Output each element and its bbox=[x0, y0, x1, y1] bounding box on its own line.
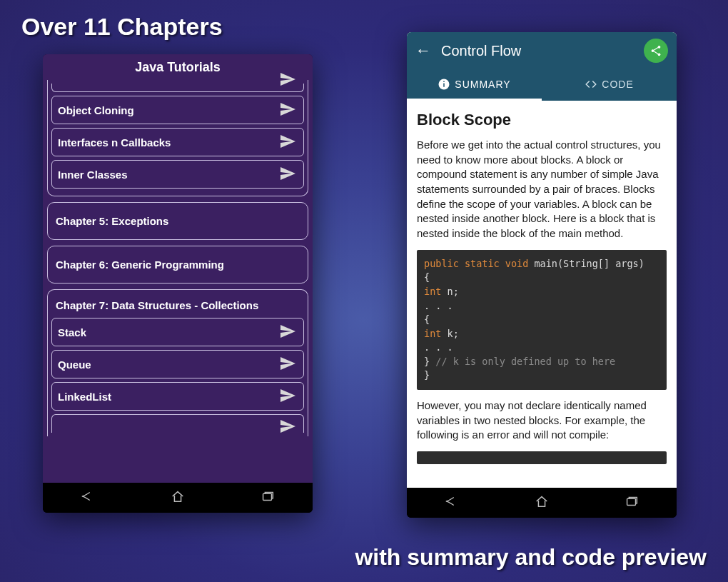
code-text: . . . bbox=[424, 300, 453, 311]
send-icon bbox=[279, 418, 296, 437]
list-item-label: LinkedList bbox=[58, 391, 111, 403]
code-icon bbox=[585, 78, 597, 91]
chapter-label: Chapter 7: Data Structures - Collections bbox=[51, 293, 304, 314]
send-icon bbox=[279, 355, 296, 374]
code-text: { bbox=[424, 313, 430, 325]
code-keyword: int bbox=[424, 328, 441, 339]
headline-bottom: with summary and code preview bbox=[355, 544, 707, 571]
article-paragraph: Before we get into the actual control st… bbox=[417, 138, 667, 241]
list-item[interactable] bbox=[51, 84, 304, 92]
nav-back-icon[interactable] bbox=[444, 493, 460, 512]
svg-rect-7 bbox=[627, 498, 636, 505]
code-text: { bbox=[424, 271, 430, 283]
tab-code[interactable]: CODE bbox=[542, 69, 677, 101]
code-text: } bbox=[424, 356, 430, 367]
code-block: public static void main(String[] args) {… bbox=[417, 250, 667, 390]
send-icon bbox=[279, 323, 296, 342]
code-text: n; bbox=[441, 286, 458, 297]
article-heading: Block Scope bbox=[417, 111, 667, 129]
send-icon bbox=[279, 71, 296, 90]
nav-home-icon[interactable] bbox=[534, 493, 550, 512]
code-comment: // k is only defined up to here bbox=[430, 356, 615, 367]
send-icon bbox=[279, 101, 296, 120]
screen-right: ← Control Flow SUMMARY CODE Block Scope … bbox=[407, 32, 677, 488]
chapter-label: Chapter 6: Generic Programming bbox=[51, 250, 304, 279]
app-title: Java Tutorials bbox=[135, 60, 221, 75]
list-item[interactable]: Interfaces n Callbacks bbox=[51, 128, 304, 156]
article-paragraph: However, you may not declare identically… bbox=[417, 398, 667, 443]
share-icon bbox=[649, 44, 662, 57]
svg-rect-0 bbox=[263, 493, 272, 500]
list-item[interactable]: Inner Classes bbox=[51, 160, 304, 189]
tab-label: SUMMARY bbox=[455, 79, 510, 90]
send-icon bbox=[279, 387, 296, 406]
nav-recent-icon[interactable] bbox=[624, 493, 639, 512]
send-icon bbox=[279, 165, 296, 184]
chapter-5-group[interactable]: Chapter 5: Exceptions bbox=[47, 202, 308, 240]
chapter-label: Chapter 5: Exceptions bbox=[51, 206, 304, 236]
list-item[interactable]: Queue bbox=[51, 350, 304, 378]
code-keyword: public static void bbox=[424, 258, 528, 269]
code-block-partial bbox=[417, 451, 667, 464]
list-item-label: Inner Classes bbox=[58, 169, 128, 181]
headline-top: Over 11 Chapters bbox=[21, 13, 223, 41]
nav-home-icon[interactable] bbox=[170, 488, 186, 507]
phone-right: ← Control Flow SUMMARY CODE Block Scope … bbox=[407, 32, 677, 518]
app-bar: ← Control Flow bbox=[407, 32, 677, 69]
list-item[interactable]: LinkedList bbox=[51, 382, 304, 411]
code-text: k; bbox=[441, 328, 458, 339]
chapter-7-group: Chapter 7: Data Structures - Collections… bbox=[47, 289, 308, 436]
phone-left: Java Tutorials Object Cloning Interfaces… bbox=[43, 54, 313, 513]
chapter-6-group[interactable]: Chapter 6: Generic Programming bbox=[47, 246, 308, 284]
nav-recent-icon[interactable] bbox=[260, 488, 275, 507]
tab-bar: SUMMARY CODE bbox=[407, 69, 677, 101]
tab-label: CODE bbox=[602, 79, 633, 90]
code-text: main(String[] args) bbox=[528, 258, 644, 269]
screen-left: Java Tutorials Object Cloning Interfaces… bbox=[43, 54, 313, 483]
nav-back-icon[interactable] bbox=[80, 488, 96, 507]
article-content: Block Scope Before we get into the actua… bbox=[407, 101, 677, 488]
chapter-group-partial: Object Cloning Interfaces n Callbacks In… bbox=[47, 80, 308, 196]
svg-rect-6 bbox=[444, 81, 445, 82]
android-nav-bar bbox=[43, 483, 313, 513]
list-item-label: Object Cloning bbox=[58, 104, 134, 116]
android-nav-bar bbox=[407, 488, 677, 518]
list-item-label: Queue bbox=[58, 358, 91, 371]
send-icon bbox=[279, 133, 296, 152]
list-item[interactable] bbox=[51, 414, 304, 433]
tab-summary[interactable]: SUMMARY bbox=[407, 69, 542, 101]
code-text: . . . bbox=[424, 341, 453, 353]
list-item-label: Stack bbox=[58, 326, 86, 338]
back-arrow-icon[interactable]: ← bbox=[415, 41, 431, 60]
list-item[interactable]: Stack bbox=[51, 318, 304, 346]
svg-rect-5 bbox=[444, 83, 445, 86]
app-title-bar: Java Tutorials bbox=[43, 54, 313, 80]
info-icon bbox=[438, 78, 450, 91]
code-text: } bbox=[424, 369, 430, 381]
page-title: Control Flow bbox=[441, 43, 634, 59]
list-item[interactable]: Object Cloning bbox=[51, 96, 304, 124]
code-keyword: int bbox=[424, 286, 441, 297]
list-item-label: Interfaces n Callbacks bbox=[58, 136, 171, 149]
share-button[interactable] bbox=[644, 39, 668, 63]
